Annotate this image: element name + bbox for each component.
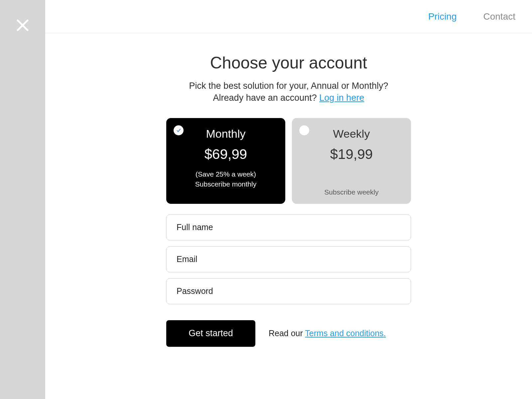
plan-title-monthly: Monthly bbox=[206, 127, 245, 140]
plan-price-monthly: $69,99 bbox=[204, 146, 247, 162]
subtitle-line2: Already have an account? Log in here bbox=[189, 92, 388, 104]
page-subtitle: Pick the best solution for your, Annual … bbox=[189, 80, 388, 104]
subtitle-line1: Pick the best solution for your, Annual … bbox=[189, 80, 388, 92]
password-input[interactable] bbox=[166, 278, 411, 304]
main-content: Choose your account Pick the best soluti… bbox=[45, 33, 532, 399]
terms-link[interactable]: Terms and conditions. bbox=[305, 329, 386, 338]
close-button[interactable] bbox=[13, 16, 32, 35]
plan-save-monthly: (Save 25% a week) bbox=[196, 170, 256, 178]
nav-link-contact[interactable]: Contact bbox=[483, 11, 516, 22]
nav-link-pricing[interactable]: Pricing bbox=[428, 11, 457, 22]
plan-subscribe-weekly: Subscribe weekly bbox=[324, 188, 378, 196]
plan-card-weekly[interactable]: Weekly $19,99 Subscribe weekly bbox=[292, 118, 411, 204]
plan-title-weekly: Weekly bbox=[333, 127, 370, 140]
plan-options: Monthly $69,99 (Save 25% a week) Subscer… bbox=[166, 118, 411, 204]
check-icon bbox=[176, 128, 181, 133]
email-input[interactable] bbox=[166, 246, 411, 272]
already-have-account-text: Already have an account? bbox=[213, 93, 320, 103]
radio-monthly[interactable] bbox=[174, 125, 184, 135]
signup-form bbox=[166, 214, 411, 304]
terms-text: Read our Terms and conditions. bbox=[269, 329, 386, 338]
page-title: Choose your account bbox=[210, 53, 367, 72]
top-nav: Pricing Contact bbox=[45, 0, 532, 33]
read-our-prefix: Read our bbox=[269, 329, 305, 338]
close-icon bbox=[15, 18, 30, 33]
plan-price-weekly: $19,99 bbox=[330, 146, 373, 162]
login-link[interactable]: Log in here bbox=[319, 93, 364, 103]
get-started-button[interactable]: Get started bbox=[166, 320, 255, 347]
plan-subscribe-monthly: Subsceribe monthly bbox=[195, 180, 256, 188]
radio-weekly[interactable] bbox=[299, 125, 309, 135]
fullname-input[interactable] bbox=[166, 214, 411, 240]
plan-card-monthly[interactable]: Monthly $69,99 (Save 25% a week) Subscer… bbox=[166, 118, 285, 204]
footer-row: Get started Read our Terms and condition… bbox=[166, 320, 411, 347]
sidebar bbox=[0, 0, 45, 399]
